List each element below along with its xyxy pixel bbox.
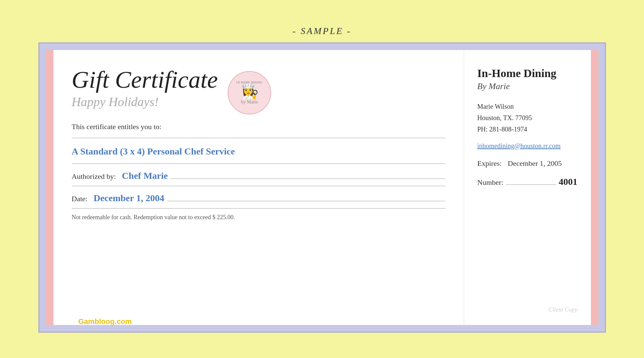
expires-row: Expires: December 1, 2005: [477, 159, 578, 168]
cert-main: Gift Certificate Happy Holidays! IN HOME…: [53, 50, 464, 325]
certificate-card: Gift Certificate Happy Holidays! IN HOME…: [45, 49, 599, 326]
authorized-row: Authorized by: Chef Marie: [72, 166, 445, 184]
logo-text-bottom: by Marie: [241, 99, 258, 105]
watermark-text: Client Copy: [549, 306, 578, 313]
authorized-label: Authorized by:: [72, 172, 116, 181]
contact-city: Houston, TX. 77095: [477, 112, 532, 123]
divider-1: [72, 138, 445, 138]
expires-label: Expires:: [477, 159, 502, 168]
authorized-underline: [171, 178, 445, 179]
company-name: In-Home Dining: [477, 67, 557, 80]
sample-label: - SAMPLE -: [292, 26, 352, 36]
contact-phone: PH: 281-808-1974: [477, 123, 532, 135]
company-subtitle: By Marie: [477, 81, 510, 91]
company-logo: IN HOME DINING 👩‍🍳 by Marie: [228, 71, 271, 114]
title-row: Gift Certificate Happy Holidays! IN HOME…: [72, 67, 445, 119]
entitles-text: This certificate entitles you to:: [72, 122, 445, 131]
number-row: Number: 4001: [477, 176, 578, 187]
number-underline: [506, 185, 556, 185]
contact-block: Marie Wilson Houston, TX. 77095 PH: 281-…: [477, 101, 532, 135]
right-accent-bar: [591, 50, 598, 325]
certificate-body: Gift Certificate Happy Holidays! IN HOME…: [53, 50, 591, 325]
contact-email[interactable]: inhomedining@houston.rr.com: [477, 142, 561, 150]
authorized-value: Chef Marie: [119, 170, 168, 181]
cert-sidebar: In-Home Dining By Marie Marie Wilson Hou…: [464, 50, 591, 325]
contact-name: Marie Wilson: [477, 101, 532, 112]
outer-frame: Gift Certificate Happy Holidays! IN HOME…: [38, 42, 606, 333]
divider-4: [72, 208, 445, 209]
cert-subtitle: Happy Holidays!: [72, 94, 218, 109]
date-row: Date: December 1, 2004: [72, 188, 445, 206]
fine-print: Not redeemable for cash. Redemption valu…: [72, 214, 445, 221]
logo-inner: IN HOME DINING 👩‍🍳 by Marie: [236, 81, 262, 105]
left-accent-bar: [46, 50, 53, 325]
chef-icon: 👩‍🍳: [240, 84, 259, 99]
divider-3: [72, 186, 445, 186]
divider-2: [72, 163, 445, 164]
title-block: Gift Certificate Happy Holidays!: [72, 67, 218, 119]
date-label: Date:: [72, 195, 88, 203]
expires-value: December 1, 2005: [504, 159, 562, 168]
date-underline: [167, 201, 445, 201]
number-value: 4001: [559, 176, 578, 187]
cert-title: Gift Certificate: [72, 67, 218, 93]
gambloog-watermark: Gambloog.com: [78, 317, 132, 326]
date-value: December 1, 2004: [90, 193, 164, 204]
service-name: A Standard (3 x 4) Personal Chef Service: [72, 140, 445, 161]
number-label: Number:: [477, 178, 503, 187]
